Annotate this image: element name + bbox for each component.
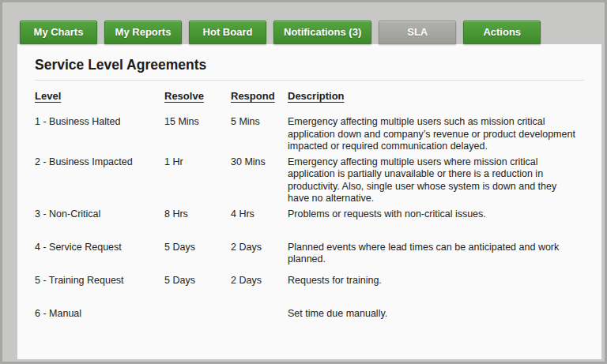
level-cell: 5 - Training Request (35, 275, 164, 308)
level-cell: 3 - Non-Critical (35, 208, 164, 242)
respond-cell: 5 Mins (231, 116, 288, 156)
column-header-respond: Respond (231, 90, 288, 116)
level-cell: 2 - Business Impacted (35, 156, 164, 208)
tab-notifications[interactable]: Notifications (3) (273, 21, 371, 44)
respond-cell (231, 308, 288, 341)
resolve-cell: 15 Mins (164, 116, 231, 156)
description-cell: Emergency affecting multiple users where… (288, 156, 584, 208)
description-cell: Emergency affecting multiple users such … (288, 116, 584, 156)
level-cell: 4 - Service Request (35, 242, 164, 275)
resolve-cell: 5 Days (164, 275, 231, 308)
table-row: 4 - Service Request 5 Days 2 Days Planne… (35, 242, 584, 275)
tab-my-reports[interactable]: My Reports (104, 21, 182, 44)
sla-table: Level Resolve Respond Description 1 - Bu… (35, 90, 584, 341)
table-header-row: Level Resolve Respond Description (35, 90, 584, 116)
column-header-description: Description (288, 90, 584, 116)
tab-sla[interactable]: SLA (379, 21, 456, 44)
table-row: 1 - Business Halted 15 Mins 5 Mins Emerg… (35, 116, 584, 156)
table-row: 5 - Training Request 5 Days 2 Days Reque… (35, 275, 584, 308)
description-cell: Requests for training. (288, 275, 584, 308)
respond-cell: 4 Hrs (231, 208, 288, 242)
resolve-cell: 5 Days (164, 242, 231, 275)
table-row: 3 - Non-Critical 8 Hrs 4 Hrs Problems or… (35, 208, 584, 242)
resolve-cell: 8 Hrs (164, 208, 231, 242)
column-header-resolve: Resolve (164, 90, 231, 116)
description-cell: Set time due manually. (288, 308, 584, 341)
resolve-cell (164, 308, 231, 341)
title-divider (35, 80, 584, 81)
description-cell: Planned events where lead times can be a… (288, 242, 584, 275)
table-row: 6 - Manual Set time due manually. (35, 308, 584, 341)
respond-cell: 2 Days (231, 275, 288, 308)
tab-actions[interactable]: Actions (463, 21, 541, 44)
respond-cell: 30 Mins (231, 156, 288, 208)
tab-bar: My Charts My Reports Hot Board Notificat… (20, 21, 541, 44)
description-cell: Problems or requests with non-critical i… (288, 208, 584, 242)
respond-cell: 2 Days (231, 242, 288, 275)
column-header-level: Level (35, 90, 164, 116)
level-cell: 6 - Manual (35, 308, 164, 341)
sla-panel: Service Level Agreements Level Resolve R… (17, 44, 601, 359)
app-window: My Charts My Reports Hot Board Notificat… (0, 0, 607, 364)
tab-my-charts[interactable]: My Charts (20, 21, 97, 44)
resolve-cell: 1 Hr (164, 156, 231, 208)
tab-hot-board[interactable]: Hot Board (189, 21, 266, 44)
table-row: 2 - Business Impacted 1 Hr 30 Mins Emerg… (35, 156, 584, 208)
level-cell: 1 - Business Halted (35, 116, 164, 156)
page-title: Service Level Agreements (35, 57, 584, 73)
